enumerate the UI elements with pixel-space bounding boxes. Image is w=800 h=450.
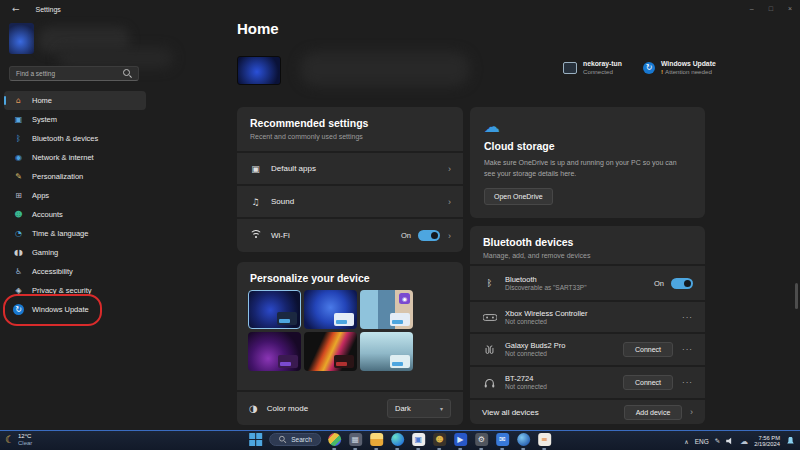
sidebar-item-gaming[interactable]: ◖◗ Gaming <box>4 243 146 262</box>
start-button[interactable] <box>249 433 262 446</box>
notes-app-icon[interactable]: ≡ <box>538 433 551 446</box>
running-indicator <box>332 448 336 450</box>
titlebar: ← Settings – □ × <box>0 0 800 18</box>
sidebar-item-system[interactable]: ▣ System <box>4 110 146 129</box>
bluetooth-toggle[interactable] <box>671 278 693 289</box>
weather-temp: 12°C <box>18 433 32 440</box>
app-glyph: ✉ <box>499 435 506 444</box>
sidebar-item-icon: ↻ <box>13 304 24 315</box>
default-apps-row[interactable]: ▣ Default apps › <box>237 153 463 184</box>
sidebar-item-privacy-security[interactable]: ◈ Privacy & security <box>4 281 146 300</box>
maximize-button[interactable]: □ <box>769 5 773 12</box>
volume-icon[interactable] <box>726 437 734 445</box>
photos-icon[interactable]: ▣ <box>412 433 425 446</box>
default-apps-icon: ▣ <box>249 164 262 174</box>
sidebar-item-accounts[interactable]: ☻ Accounts <box>4 205 146 224</box>
app-glyph: ▣ <box>415 435 423 444</box>
sidebar-item-label: Accessibility <box>32 267 73 276</box>
device-row-xbox-controller[interactable]: Xbox Wireless Controller Not connected ·… <box>470 302 705 332</box>
wifi-toggle[interactable] <box>418 230 440 241</box>
notification-bell-icon[interactable] <box>786 437 795 446</box>
view-all-devices-row[interactable]: View all devices Add device › <box>470 400 705 424</box>
color-mode-row[interactable]: ◑ Color mode Dark ▾ <box>237 392 463 425</box>
device-row-galaxy-buds[interactable]: Galaxy Buds2 Pro Not connected Connect ·… <box>470 334 705 365</box>
sidebar-item-network-internet[interactable]: ◉ Network & internet <box>4 148 146 167</box>
back-button[interactable]: ← <box>12 4 20 14</box>
widgets-icon[interactable]: ▦ <box>349 433 362 446</box>
sidebar-item-bluetooth-devices[interactable]: ᛒ Bluetooth & devices <box>4 129 146 148</box>
sidebar-item-windows-update[interactable]: ↻ Windows Update <box>4 300 146 319</box>
sound-icon: ♫ <box>249 197 262 207</box>
headphones-icon <box>482 374 497 392</box>
sidebar-item-icon: ◔ <box>13 228 24 239</box>
wallpaper-thumb-4[interactable] <box>248 332 301 371</box>
taskbar: ☾ 12°C Clear Search ▦ <box>0 430 800 450</box>
sidebar-item-label: Bluetooth & devices <box>32 134 98 143</box>
add-device-button[interactable]: Add device <box>624 405 682 420</box>
wallpaper-thumb-6[interactable] <box>360 332 413 371</box>
media-app-icon[interactable]: ▶ <box>454 433 467 446</box>
file-explorer-icon[interactable] <box>370 433 383 446</box>
network-status-card[interactable]: nekoray-tun Connected <box>563 60 622 76</box>
more-options-button[interactable]: ··· <box>682 378 693 387</box>
wallpaper-thumb-1[interactable] <box>248 290 301 329</box>
palette-app-icon[interactable] <box>328 433 341 446</box>
sidebar-nav: ⌂ Home ▣ System ᛒ Bluetooth & devices ◉ … <box>4 91 146 319</box>
wallpaper-thumb-2[interactable] <box>304 290 357 329</box>
sound-row[interactable]: ♫ Sound › <box>237 186 463 217</box>
minimize-button[interactable]: – <box>750 5 754 12</box>
mail-app-icon[interactable]: ✉ <box>496 433 509 446</box>
close-button[interactable]: × <box>788 5 792 12</box>
device-status: Not connected <box>505 383 623 391</box>
sidebar-item-time-language[interactable]: ◔ Time & language <box>4 224 146 243</box>
wifi-row[interactable]: Wi-Fi On › <box>237 219 463 252</box>
search-input[interactable]: Find a setting <box>9 66 139 81</box>
sidebar-item-icon: ✎ <box>13 171 24 182</box>
clock[interactable]: 7:56 PM 2/19/2024 <box>754 435 780 448</box>
pen-icon[interactable]: ✎ <box>715 437 720 445</box>
app-glyph: ⚙ <box>478 435 485 444</box>
color-mode-dropdown[interactable]: Dark ▾ <box>387 399 451 418</box>
hidden-icons-chevron[interactable]: ∧ <box>684 438 688 445</box>
chevron-right-icon: › <box>448 164 451 174</box>
taskbar-search[interactable]: Search <box>269 433 321 446</box>
sidebar-item-apps[interactable]: ⊞ Apps <box>4 186 146 205</box>
sidebar-item-personalization[interactable]: ✎ Personalization <box>4 167 146 186</box>
more-options-button[interactable]: ··· <box>682 345 693 354</box>
sidebar-item-label: Personalization <box>32 172 83 181</box>
sidebar-item-label: Time & language <box>32 229 88 238</box>
open-onedrive-button[interactable]: Open OneDrive <box>484 188 553 205</box>
connect-button[interactable]: Connect <box>623 375 673 390</box>
device-text: BT-2724 Not connected <box>505 374 623 391</box>
user-avatar[interactable] <box>9 23 34 54</box>
wallpaper-thumb-3[interactable]: ◉ <box>360 290 413 329</box>
bluetooth-toggle-row[interactable]: ᛒ Bluetooth Discoverable as "SART33P" On <box>470 266 705 300</box>
taskbar-apps: ▦ ▣ ☻ ▶ <box>328 433 551 446</box>
device-row-bt-2724[interactable]: BT-2724 Not connected Connect ··· <box>470 367 705 398</box>
system-tray: ∧ ENG ✎ ☁ 7:56 PM 2/19/2024 <box>684 432 795 450</box>
settings-icon[interactable]: ⚙ <box>475 433 488 446</box>
running-indicator <box>479 448 483 450</box>
onedrive-icon[interactable]: ☁ <box>740 437 748 446</box>
spotlight-badge-icon: ◉ <box>399 293 410 304</box>
sidebar-item-home[interactable]: ⌂ Home <box>4 91 146 110</box>
cloud-icon: ☁ <box>484 119 691 135</box>
windows-update-status-card[interactable]: ↻ Windows Update !Attention needed <box>643 60 716 76</box>
sidebar-item-icon: ⊞ <box>13 190 24 201</box>
more-options-button[interactable]: ··· <box>682 313 693 322</box>
page-scrollbar[interactable] <box>795 283 798 309</box>
weather-text: 12°C Clear <box>18 433 32 447</box>
browser-app-icon[interactable] <box>517 433 530 446</box>
edge-icon[interactable] <box>391 433 404 446</box>
connect-button[interactable]: Connect <box>623 342 673 357</box>
theme-preview-window <box>334 313 354 326</box>
account-app-icon[interactable]: ☻ <box>433 433 446 446</box>
bluetooth-text: Bluetooth Discoverable as "SART33P" <box>505 275 654 292</box>
sidebar-item-accessibility[interactable]: ♿ Accessibility <box>4 262 146 281</box>
wallpaper-thumb-5[interactable] <box>304 332 357 371</box>
weather-condition: Clear <box>18 440 32 447</box>
weather-widget[interactable]: ☾ 12°C Clear <box>5 433 32 447</box>
language-indicator[interactable]: ENG <box>695 438 709 445</box>
update-state: !Attention needed <box>661 68 716 76</box>
view-all-devices-label: View all devices <box>482 408 624 417</box>
